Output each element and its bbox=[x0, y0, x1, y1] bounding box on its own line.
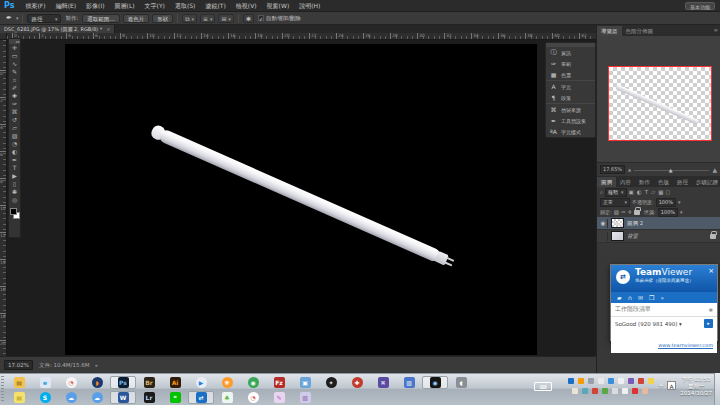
path-selection-tool[interactable]: ▶ bbox=[9, 172, 20, 180]
move-tool[interactable]: ✛ bbox=[9, 44, 20, 52]
tray-speaker[interactable] bbox=[612, 388, 618, 394]
fill-field[interactable]: 100% bbox=[658, 208, 678, 217]
tray-usb[interactable] bbox=[592, 388, 598, 394]
navigator-zoom-field[interactable]: 17.65% bbox=[600, 165, 625, 174]
file-transfer-icon[interactable]: ❒ bbox=[649, 294, 654, 301]
dodge-tool[interactable]: ◐ bbox=[9, 148, 20, 156]
layer-visibility-toggle[interactable] bbox=[599, 232, 608, 241]
tab-色版[interactable]: 色版 bbox=[654, 177, 673, 187]
menu-item-2[interactable]: 影像(I) bbox=[81, 0, 109, 12]
tray-display[interactable] bbox=[588, 378, 594, 384]
filter-search-icon[interactable]: ⌕ bbox=[600, 189, 603, 196]
quick-selection-tool[interactable]: ✎ bbox=[9, 68, 20, 76]
dock-item-色票[interactable]: ▦色票 bbox=[546, 69, 595, 80]
show-desktop-button[interactable] bbox=[714, 373, 720, 405]
tray-drive[interactable] bbox=[648, 378, 654, 384]
document-tab[interactable]: DSC_6281.JPG @ 17% (圖層 2, RGB/8) * × bbox=[0, 25, 115, 33]
audio-icon[interactable]: ∩ bbox=[628, 294, 632, 301]
tab-close-icon[interactable]: × bbox=[106, 25, 110, 33]
ime-settings-icon[interactable]: ✳ bbox=[658, 382, 664, 390]
cloud-app-1[interactable]: ☁ bbox=[58, 391, 84, 404]
filter-type-icon-0[interactable]: ▣ bbox=[629, 189, 634, 195]
bowtie-app[interactable]: ✖ bbox=[370, 376, 396, 389]
tray-chrome[interactable] bbox=[598, 378, 604, 384]
chrome[interactable]: ◔ bbox=[58, 376, 84, 389]
lasso-tool[interactable]: ∿ bbox=[9, 60, 20, 68]
video-icon[interactable]: ▰ bbox=[617, 294, 622, 301]
tray-orange-grid[interactable] bbox=[578, 378, 584, 384]
auto-add-delete-checkbox[interactable]: ✓ 自動增加/刪除 bbox=[258, 15, 301, 22]
filter-toggle-icon[interactable]: ◻ bbox=[665, 189, 670, 195]
dock-item-筆刷[interactable]: ✑筆刷 bbox=[546, 58, 595, 69]
opacity-field[interactable]: 100% bbox=[656, 198, 676, 207]
tray-cloud[interactable] bbox=[608, 378, 614, 384]
taskbar-clock[interactable]: 下午 03:53 星期一 2014/10/27 bbox=[680, 376, 712, 397]
photo-viewer[interactable]: ▣ bbox=[292, 376, 318, 389]
canvas-viewport[interactable] bbox=[7, 40, 596, 356]
tray-white-bird[interactable] bbox=[618, 378, 624, 384]
zoom-tool[interactable]: ◎ bbox=[9, 196, 20, 204]
gradient-tool[interactable]: ▨ bbox=[9, 132, 20, 140]
menu-item-7[interactable]: 檢視(V) bbox=[231, 0, 262, 12]
sticky-notes[interactable]: ▤ bbox=[6, 391, 32, 404]
photoimpact[interactable]: ✎ bbox=[266, 391, 292, 404]
menu-item-6[interactable]: 濾鏡(T) bbox=[200, 0, 230, 12]
tool-mode-dropdown[interactable]: 路徑▾ bbox=[27, 14, 61, 23]
filter-type-icon-2[interactable]: T bbox=[645, 189, 648, 195]
firefox[interactable]: ◗ bbox=[84, 376, 110, 389]
menu-item-9[interactable]: 說明(H) bbox=[294, 0, 325, 12]
dock-item-工具預設集[interactable]: ✒工具預設集 bbox=[546, 115, 595, 126]
tray-teamviewer[interactable] bbox=[568, 378, 574, 384]
make-button-2[interactable]: 形狀 bbox=[152, 14, 173, 23]
tool-preset-caret-icon[interactable]: ▾ bbox=[16, 15, 19, 21]
pen-tool-icon[interactable]: ✒ bbox=[6, 14, 12, 22]
connect-button[interactable]: ▸ bbox=[704, 319, 713, 328]
filezilla[interactable]: Fz bbox=[266, 376, 292, 389]
make-button-0[interactable]: 選取範圍… bbox=[82, 14, 120, 23]
healing-brush-tool[interactable]: ✚ bbox=[9, 92, 20, 100]
lock-icon-0[interactable]: ▨ bbox=[614, 209, 619, 215]
illustrator[interactable]: Ai bbox=[162, 376, 188, 389]
status-options-arrow-icon[interactable]: ▸ bbox=[95, 362, 98, 368]
panel-menu-icon[interactable]: ≡ bbox=[714, 27, 718, 33]
dock-item-字元[interactable]: A字元 bbox=[546, 81, 595, 92]
tray-pencil[interactable] bbox=[638, 378, 644, 384]
navigator-zoom-slider[interactable]: ▲ bbox=[634, 166, 709, 174]
layer-row-圖層 2[interactable]: ◉圖層 2 bbox=[597, 217, 720, 230]
crop-tool[interactable]: ⌗ bbox=[9, 76, 20, 84]
nero[interactable]: ✦ bbox=[318, 376, 344, 389]
layer-row-背景[interactable]: 背景 bbox=[597, 230, 720, 243]
lightroom[interactable]: Lr bbox=[136, 391, 162, 404]
dock-item-字元樣式[interactable]: ºA字元樣式 bbox=[546, 126, 595, 137]
menu-item-5[interactable]: 選取(S) bbox=[170, 0, 201, 12]
geometry-options-icon[interactable]: ✱ bbox=[243, 14, 254, 23]
tab-動作[interactable]: 動作 bbox=[635, 177, 654, 187]
session-gear-icon[interactable]: ✱ bbox=[708, 307, 713, 313]
tray-purple[interactable] bbox=[628, 378, 634, 384]
workspace-switcher[interactable]: 基本功能 bbox=[685, 2, 715, 10]
menu-item-3[interactable]: 圖層(L) bbox=[110, 0, 140, 12]
panel-menu-icon[interactable]: ≡ bbox=[714, 178, 718, 184]
tab-navigator[interactable]: 導覽器 bbox=[597, 26, 622, 36]
pen-tool[interactable]: ✒ bbox=[9, 156, 20, 164]
layer-thumbnail[interactable] bbox=[611, 231, 624, 241]
filter-type-icon-3[interactable]: ▱ bbox=[651, 189, 655, 195]
dock-item-仿製來源[interactable]: ⌘仿製來源 bbox=[546, 104, 595, 115]
file-explorer[interactable]: ▤ bbox=[6, 376, 32, 389]
ime-mode-button[interactable]: A bbox=[667, 381, 676, 390]
type-tool[interactable]: T bbox=[9, 164, 20, 172]
path-operation-icon-1[interactable]: ≡ ▾ bbox=[200, 14, 215, 23]
cloud-app-2[interactable]: ☁ bbox=[84, 391, 110, 404]
clone-stamp-tool[interactable]: ⌘ bbox=[9, 108, 20, 116]
tray-circle[interactable] bbox=[622, 388, 628, 394]
line[interactable]: ❝ bbox=[162, 391, 188, 404]
make-button-1[interactable]: 遮色片 bbox=[123, 14, 150, 23]
lock-icon-2[interactable]: ✛ bbox=[628, 209, 633, 215]
path-operation-icon-2[interactable]: ⊞ ▾ bbox=[218, 14, 233, 23]
photoscape[interactable]: ❋ bbox=[214, 376, 240, 389]
navigator-thumbnail[interactable] bbox=[608, 66, 712, 141]
tray-network[interactable] bbox=[582, 388, 588, 394]
dock-item-資訊[interactable]: ⓘ資訊 bbox=[546, 47, 595, 58]
word[interactable]: W bbox=[110, 391, 136, 404]
filter-type-icon-4[interactable]: ▦ bbox=[658, 189, 663, 195]
